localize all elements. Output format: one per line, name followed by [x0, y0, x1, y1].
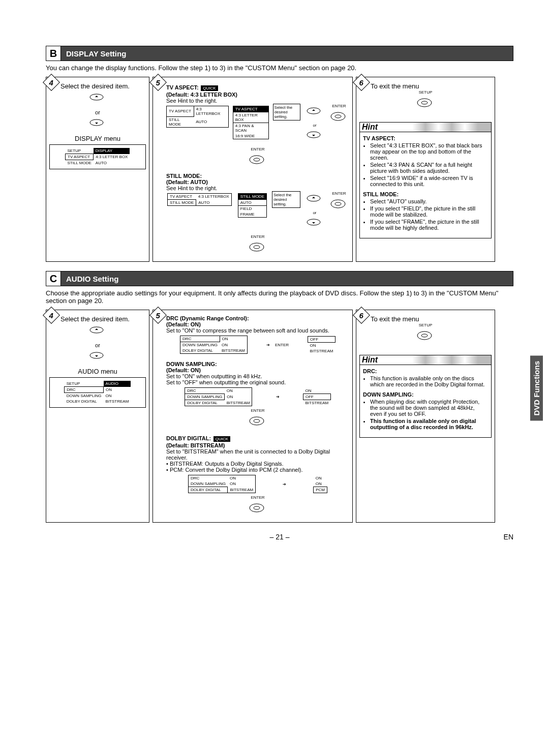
svg-point-7 [254, 158, 260, 161]
up-button-icon [87, 92, 108, 107]
step4-box: 4 Select the desired item. or AUDIO menu… [46, 310, 149, 523]
down-head: DOWN SAMPLING: [166, 361, 349, 367]
tvaspect-head: TV ASPECT: [166, 84, 199, 90]
section-title: AUDIO Setting [61, 275, 118, 283]
hint-item: Select "16:9 WIDE" if a wide-screen TV i… [370, 175, 488, 187]
svg-point-19 [254, 419, 260, 422]
hint-box: Hint DRC: This function is available onl… [359, 355, 492, 438]
svg-point-10 [331, 200, 345, 208]
svg-point-18 [250, 417, 264, 425]
hint-item: Select "4:3 PAN & SCAN" for a full heigh… [370, 162, 488, 174]
enter-button-icon [329, 198, 349, 213]
stillmode-default: (Default: AUTO) [166, 179, 349, 185]
hint-item: Select "4:3 LETTER BOX", so that black b… [370, 142, 488, 161]
setup-label: SETUP [359, 90, 492, 95]
svg-point-4 [331, 112, 345, 120]
up-button-icon [87, 325, 108, 340]
svg-point-23 [421, 334, 428, 337]
hint-item: This function is available only on digit… [370, 418, 488, 430]
step6-box: 6 To exit the menu SETUP Hint TV ASPECT:… [356, 77, 495, 262]
svg-point-22 [417, 331, 432, 340]
svg-point-21 [254, 506, 260, 509]
drc-desc: Set to "ON" to compress the range betwee… [166, 327, 349, 334]
dolby-default: (Default: BITSTREAM) [166, 442, 349, 448]
hint-down-title: DOWN SAMPLING: [363, 391, 488, 398]
hint-still-title: STILL MODE: [363, 191, 488, 197]
display-menu-table: SETUPDISPLAY TV ASPECT4:3 LETTER BOX STI… [65, 148, 130, 166]
hint-tvaspect-title: TV ASPECT: [363, 135, 488, 141]
hint-title: Hint [360, 355, 491, 365]
svg-point-14 [417, 99, 432, 107]
section-letter: C [46, 271, 61, 286]
or-label: or [49, 109, 146, 115]
enter-button-icon [248, 415, 268, 430]
side-tab: DVD Functions [530, 356, 543, 421]
enter-button-icon [329, 110, 349, 126]
down-default: (Default: ON) [166, 367, 349, 373]
enter-button-icon [248, 154, 268, 169]
section-title: DISPLAY Setting [61, 49, 126, 58]
step4-box: 4 Select the desired item. or DISPLAY me… [46, 77, 149, 262]
svg-point-13 [254, 246, 260, 249]
dolby-head: DOLBY DIGITAL: [166, 435, 211, 441]
svg-point-12 [250, 243, 264, 251]
svg-point-5 [335, 115, 341, 118]
enter-button-icon [248, 502, 268, 517]
hint-item: This function is available only on the d… [370, 375, 488, 387]
step5-box: 5 TV ASPECT: QUICK (Default: 4:3 LETTER … [152, 77, 353, 262]
section-letter: B [46, 46, 61, 61]
down-button-icon [304, 217, 325, 232]
enter-label: ENTER [166, 147, 349, 152]
step6-title: To exit the menu [371, 315, 492, 323]
section-c-header: C AUDIO Setting [46, 271, 513, 286]
quick-badge: QUICK [214, 436, 230, 442]
svg-point-20 [250, 504, 264, 512]
hint-item: When playing disc with copyright Protect… [370, 399, 488, 417]
hint-box: Hint TV ASPECT: Select "4:3 LETTER BOX",… [359, 122, 492, 238]
step4-title: Select the desired item. [60, 82, 146, 90]
setup-button-icon [415, 97, 436, 112]
quick-badge: QUICK [201, 85, 218, 91]
svg-point-6 [250, 156, 264, 164]
step4-title: Select the desired item. [60, 315, 146, 323]
tvaspect-default: (Default: 4:3 LETTER BOX) [166, 92, 349, 98]
drc-default: (Default: ON) [166, 321, 349, 327]
hint-title: Hint [360, 123, 491, 132]
drc-head: DRC (Dynamic Range Control): [166, 315, 349, 321]
section-c-intro: Choose the appropriate audio settings fo… [46, 289, 513, 305]
page-number: – 21 – [270, 533, 290, 541]
step6-box: 6 To exit the menu SETUP Hint DRC: This … [356, 310, 495, 523]
audio-menu-title: AUDIO menu [49, 368, 146, 375]
enter-button-icon [248, 241, 268, 256]
hint-item: If you select "FRAME", the picture in th… [370, 219, 488, 231]
stillmode-see: See Hint to the right. [166, 185, 349, 191]
down-button-icon [87, 117, 108, 133]
audio-menu-table: SETUPAUDIO DRCON DOWN SAMPLINGON DOLBY D… [64, 381, 131, 404]
svg-point-11 [335, 202, 341, 205]
down-button-icon [304, 130, 325, 145]
hint-item: If you select "FIELD", the picture in th… [370, 205, 488, 218]
lang-code: EN [504, 533, 513, 541]
select-setting-label: Select the desired setting. [273, 104, 300, 120]
up-button-icon [304, 106, 325, 121]
svg-point-15 [421, 101, 428, 104]
display-menu-title: DISPLAY menu [49, 135, 146, 142]
step6-title: To exit the menu [371, 82, 492, 90]
up-button-icon [304, 193, 325, 208]
step5-box: 5 DRC (Dynamic Range Control): (Default:… [152, 310, 353, 523]
down-button-icon [87, 350, 108, 366]
section-b-intro: You can change the display functions. Fo… [46, 64, 513, 72]
tvaspect-see: See Hint to the right. [166, 98, 349, 104]
hint-item: Select "AUTO" usually. [370, 198, 488, 204]
section-b-header: B DISPLAY Setting [46, 46, 513, 61]
hint-drc-title: DRC: [363, 368, 488, 374]
setup-button-icon [415, 329, 436, 345]
stillmode-head: STILL MODE: [166, 173, 349, 179]
